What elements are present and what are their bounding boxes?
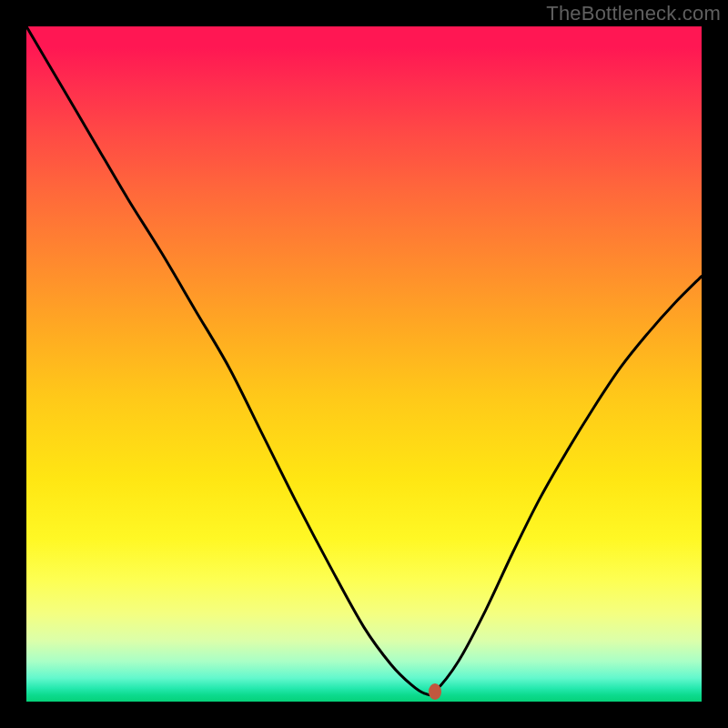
watermark-text: TheBottleneck.com [546,2,721,25]
plot-area [26,26,702,702]
bottleneck-curve [26,26,702,702]
chart-frame: TheBottleneck.com [0,0,728,728]
minimum-marker-icon [429,683,441,700]
